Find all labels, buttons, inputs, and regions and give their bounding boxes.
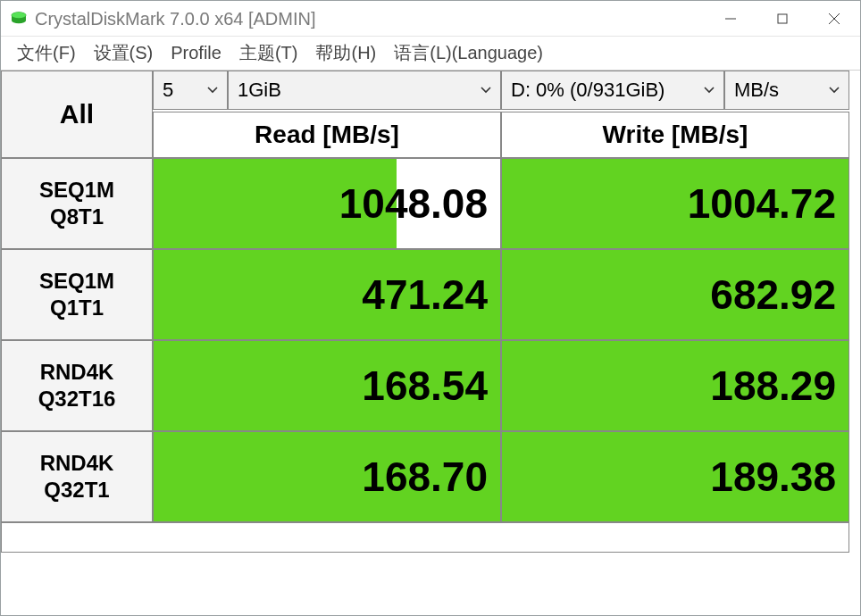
test-button-seq1m-q8t1[interactable]: SEQ1M Q8T1: [1, 158, 153, 249]
write-result: 682.92: [501, 249, 849, 340]
test-size-value: 1GiB: [238, 79, 281, 102]
chevron-down-icon: [704, 87, 715, 94]
drive-value: D: 0% (0/931GiB): [511, 79, 665, 102]
write-value: 1004.72: [688, 179, 836, 228]
menu-language[interactable]: 语言(L)(Language): [385, 37, 552, 69]
write-result: 1004.72: [501, 158, 849, 249]
menu-settings[interactable]: 设置(S): [85, 37, 163, 69]
write-value: 682.92: [710, 271, 836, 319]
unit-select[interactable]: MB/s: [724, 71, 849, 110]
window-controls: [705, 1, 860, 36]
unit-value: MB/s: [734, 79, 779, 102]
menu-file[interactable]: 文件(F): [8, 37, 85, 69]
row-label-line1: RND4K: [40, 359, 114, 386]
title-bar: CrystalDiskMark 7.0.0 x64 [ADMIN]: [1, 1, 860, 37]
write-header: Write [MB/s]: [501, 112, 849, 158]
run-all-label: All: [60, 99, 94, 129]
write-value: 189.38: [710, 453, 836, 501]
row-label-line2: Q1T1: [50, 295, 104, 321]
read-value: 168.70: [362, 453, 488, 501]
chevron-down-icon: [207, 87, 218, 94]
row-label-line1: SEQ1M: [39, 177, 114, 204]
read-value: 1048.08: [339, 179, 488, 228]
size-controls: 5 1GiB: [153, 71, 501, 112]
minimize-button[interactable]: [705, 1, 757, 36]
svg-point-1: [12, 12, 26, 17]
iterations-value: 5: [163, 79, 173, 102]
row-label-line1: RND4K: [40, 450, 114, 477]
menu-help[interactable]: 帮助(H): [306, 37, 385, 69]
app-window: CrystalDiskMark 7.0.0 x64 [ADMIN] 文件(F) …: [0, 0, 861, 616]
read-value: 168.54: [362, 362, 488, 410]
read-result: 168.54: [153, 340, 501, 431]
row-label-line2: Q8T1: [50, 204, 104, 230]
maximize-button[interactable]: [757, 1, 808, 36]
read-result: 1048.08: [153, 158, 501, 249]
menu-theme[interactable]: 主题(T): [230, 37, 307, 69]
row-label-line2: Q32T1: [44, 477, 109, 504]
app-icon: [10, 10, 28, 28]
test-button-rnd4k-q32t1[interactable]: RND4K Q32T1: [1, 431, 153, 522]
test-button-rnd4k-q32t16[interactable]: RND4K Q32T16: [1, 340, 153, 431]
chevron-down-icon: [481, 87, 491, 94]
drive-select[interactable]: D: 0% (0/931GiB): [501, 71, 724, 110]
menu-profile[interactable]: Profile: [162, 39, 230, 67]
iterations-select[interactable]: 5: [153, 71, 228, 110]
close-button[interactable]: [808, 1, 860, 36]
run-all-button[interactable]: All: [1, 71, 153, 158]
row-label-line2: Q32T16: [38, 386, 116, 412]
chevron-down-icon: [829, 87, 840, 94]
read-header: Read [MB/s]: [153, 112, 501, 158]
status-bar: [1, 522, 849, 553]
read-result: 471.24: [153, 249, 501, 340]
test-size-select[interactable]: 1GiB: [228, 71, 501, 110]
write-result: 189.38: [501, 431, 849, 522]
benchmark-grid: All 5 1GiB D: 0% (0/931GiB) MB/s Read [M…: [1, 71, 860, 553]
test-button-seq1m-q1t1[interactable]: SEQ1M Q1T1: [1, 249, 153, 340]
write-result: 188.29: [501, 340, 849, 431]
read-result: 168.70: [153, 431, 501, 522]
read-value: 471.24: [362, 271, 488, 319]
svg-rect-3: [778, 14, 787, 23]
write-value: 188.29: [710, 362, 836, 410]
drive-controls: D: 0% (0/931GiB) MB/s: [501, 71, 849, 112]
menu-bar: 文件(F) 设置(S) Profile 主题(T) 帮助(H) 语言(L)(La…: [1, 37, 860, 71]
window-title: CrystalDiskMark 7.0.0 x64 [ADMIN]: [35, 1, 705, 37]
row-label-line1: SEQ1M: [39, 268, 114, 295]
